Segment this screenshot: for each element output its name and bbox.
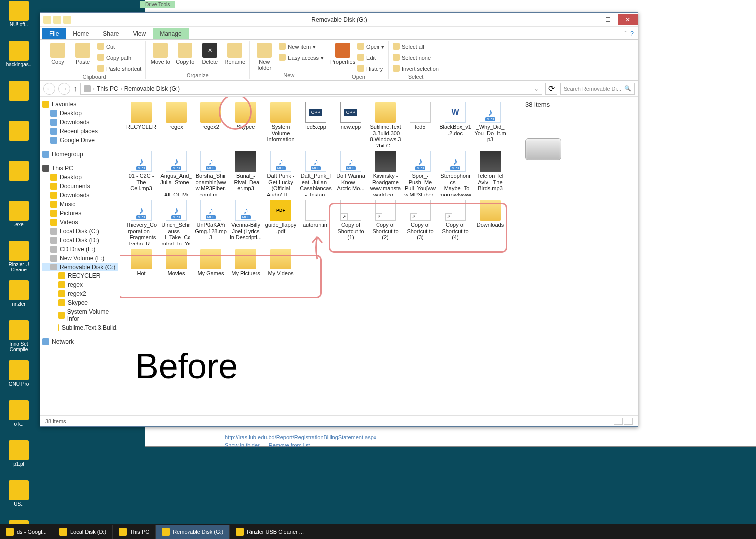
- copy-to-button[interactable]: Copy to: [174, 42, 196, 66]
- tree-item[interactable]: Removable Disk (G:): [42, 263, 118, 271]
- desktop-icon[interactable]: [1, 161, 37, 197]
- file-item[interactable]: Sublime.Text.3.Build.3008.Windows.32bit.…: [369, 101, 402, 148]
- desktop-icon[interactable]: [1, 81, 37, 117]
- file-item[interactable]: new.cpp: [334, 101, 368, 148]
- qat-icon[interactable]: [53, 16, 61, 24]
- file-item[interactable]: Burial_-_Rival_Dealer.mp3: [229, 150, 263, 197]
- file-item[interactable]: Spor_-_Push_Me_Pull_You[www.MP3Fiber...: [403, 150, 437, 197]
- tree-item[interactable]: CD Drive (E:): [42, 245, 118, 254]
- file-item[interactable]: Copy of Shortcut to (2): [369, 199, 402, 246]
- properties-button[interactable]: Properties: [331, 42, 354, 66]
- file-item[interactable]: Angus_And_Julia_Stone_-_All_Of_Me[www...…: [159, 150, 193, 197]
- file-item[interactable]: led5: [403, 101, 437, 148]
- file-item[interactable]: Daft Punk - Get Lucky (Official Audio) f…: [264, 150, 298, 197]
- taskbar-button[interactable]: This PC: [113, 525, 156, 539]
- file-item[interactable]: Movies: [159, 248, 193, 278]
- file-item[interactable]: RECYCLER: [124, 101, 158, 148]
- taskbar-button[interactable]: Local Disk (D:): [53, 525, 113, 539]
- delete-button[interactable]: ✕Delete: [198, 42, 221, 66]
- select-all-button[interactable]: Select all: [392, 42, 440, 52]
- file-item[interactable]: Telefon Tel Aviv - The Birds.mp3: [473, 150, 507, 197]
- ribbon-collapse-icon[interactable]: ˆ: [625, 30, 627, 37]
- tab-share[interactable]: Share: [96, 28, 126, 39]
- tree-item[interactable]: Pictures: [42, 209, 118, 218]
- paste-button[interactable]: Paste: [71, 42, 94, 66]
- desktop-icon[interactable]: US..: [1, 480, 37, 516]
- tree-item[interactable]: Videos: [42, 218, 118, 227]
- move-to-button[interactable]: Move to: [149, 42, 172, 66]
- tree-item[interactable]: Local Disk (C:): [42, 227, 118, 236]
- file-item[interactable]: Copy of Shortcut to (1): [334, 199, 368, 246]
- taskbar-button[interactable]: Removable Disk (G:): [156, 525, 230, 539]
- refresh-button[interactable]: ⟳: [545, 83, 557, 95]
- history-button[interactable]: History: [356, 64, 385, 74]
- taskbar-button[interactable]: Rinzler USB Cleaner ...: [230, 525, 310, 539]
- file-item[interactable]: Vienna-Billy Joel (Lyrics in Descripti..…: [229, 199, 263, 246]
- desktop-icon[interactable]: Inno Set Compile: [1, 320, 37, 356]
- tree-item[interactable]: Downloads: [42, 191, 118, 200]
- file-item[interactable]: Copy of Shortcut to (3): [403, 199, 437, 246]
- file-item[interactable]: Do I Wanna Know- - Arctic Mo...: [334, 150, 368, 197]
- tab-manage[interactable]: Manage: [153, 28, 188, 39]
- tree-item[interactable]: Music: [42, 200, 118, 209]
- tree-item[interactable]: Recent places: [42, 127, 118, 136]
- tree-item[interactable]: Desktop: [42, 109, 118, 118]
- cut-button[interactable]: Cut: [96, 42, 142, 52]
- desktop-icon[interactable]: [1, 121, 37, 157]
- desktop-icon[interactable]: .exe: [1, 201, 37, 237]
- file-item[interactable]: _Why_Did_You_Do_It.mp3: [473, 101, 507, 148]
- edit-button[interactable]: Edit: [356, 53, 385, 63]
- tree-item[interactable]: Desktop: [42, 173, 118, 182]
- tab-file[interactable]: File: [42, 28, 66, 39]
- tree-item[interactable]: System Volume Infor: [42, 307, 118, 323]
- copy-path-button[interactable]: Copy path: [96, 53, 142, 63]
- desktop-icon[interactable]: GNU Pro: [1, 360, 37, 396]
- desktop-icon[interactable]: p1.pl: [1, 440, 37, 476]
- tree-homegroup[interactable]: Homegroup: [42, 150, 118, 159]
- paste-shortcut-button[interactable]: Paste shortcut: [96, 64, 142, 74]
- minimize-button[interactable]: —: [578, 14, 598, 25]
- new-folder-button[interactable]: New folder: [253, 42, 276, 72]
- breadcrumb[interactable]: › This PC › Removable Disk (G:) ⌄: [80, 83, 542, 95]
- tree-this-pc[interactable]: This PC: [42, 164, 118, 173]
- desktop-icon[interactable]: Rinzler U Cleane: [1, 241, 37, 276]
- tree-item[interactable]: Sublime.Text.3.Build.: [42, 323, 118, 332]
- qat-icon[interactable]: [43, 16, 51, 24]
- tab-home[interactable]: Home: [66, 28, 96, 39]
- close-button[interactable]: ✕: [618, 14, 638, 25]
- breadcrumb-current[interactable]: Removable Disk (G:): [124, 85, 180, 92]
- desktop-icon[interactable]: hackingas..: [1, 41, 37, 77]
- file-item[interactable]: My Videos: [264, 248, 298, 278]
- bg-show-in-folder[interactable]: Show in folder: [225, 442, 260, 448]
- file-item[interactable]: 01 - C2C - The Cell.mp3: [124, 150, 158, 197]
- tree-item[interactable]: New Volume (F:): [42, 254, 118, 263]
- bg-remove-from-list[interactable]: Remove from list: [269, 442, 310, 448]
- file-item[interactable]: led5.cpp: [299, 101, 333, 148]
- copy-button[interactable]: Copy: [46, 42, 69, 66]
- nav-up-button[interactable]: ↑: [73, 84, 77, 93]
- tree-favorites[interactable]: Favorites: [42, 100, 118, 109]
- file-item[interactable]: My Pictuers: [229, 248, 263, 278]
- file-item[interactable]: My Games: [194, 248, 228, 278]
- tree-item[interactable]: regex: [42, 280, 118, 289]
- new-item-button[interactable]: New item ▾: [278, 42, 325, 52]
- nav-back-button[interactable]: ←: [43, 83, 55, 95]
- desktop-icon[interactable]: o k..: [1, 400, 37, 436]
- file-item[interactable]: Copy of Shortcut to (4): [438, 199, 472, 246]
- help-icon[interactable]: ?: [630, 30, 634, 37]
- file-item[interactable]: autorun.inf: [299, 199, 333, 246]
- open-button[interactable]: Open ▾: [356, 42, 385, 52]
- file-item[interactable]: regex2: [194, 101, 228, 148]
- tree-item[interactable]: Local Disk (D:): [42, 236, 118, 245]
- easy-access-button[interactable]: Easy access ▾: [278, 53, 325, 63]
- tree-network[interactable]: Network: [42, 337, 118, 346]
- tree-item[interactable]: Documents: [42, 182, 118, 191]
- file-item[interactable]: Stereophonics_-_Maybe_Tomorrow[www....: [438, 150, 472, 197]
- tree-item[interactable]: regex2: [42, 289, 118, 298]
- tree-item[interactable]: Skypee: [42, 298, 118, 307]
- tree-item[interactable]: Downloads: [42, 118, 118, 127]
- file-item[interactable]: System Volume Information: [264, 101, 298, 148]
- file-item[interactable]: Kavinsky - Roadgame www.manstaworld.co..…: [369, 150, 402, 197]
- breadcrumb-root[interactable]: This PC: [97, 85, 118, 92]
- search-input[interactable]: Search Removable Di... 🔍: [560, 83, 635, 95]
